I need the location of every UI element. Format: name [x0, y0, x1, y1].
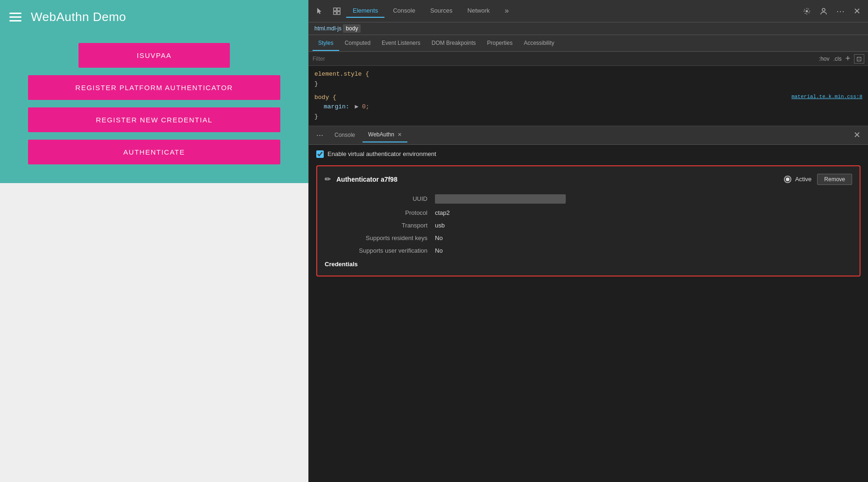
- tab-dom-breakpoints[interactable]: DOM Breakpoints: [426, 36, 482, 51]
- tab-sources[interactable]: Sources: [424, 4, 459, 18]
- tab-computed[interactable]: Computed: [339, 36, 376, 51]
- app-body: [0, 183, 308, 482]
- breadcrumb-body[interactable]: body: [343, 24, 361, 33]
- cursor-icon[interactable]: [313, 4, 327, 19]
- tab-elements[interactable]: Elements: [346, 4, 384, 18]
- body-close: }: [314, 113, 318, 120]
- svg-point-5: [822, 8, 825, 11]
- resident-keys-value: No: [435, 234, 443, 241]
- element-style-selector: element.style {: [314, 71, 369, 78]
- authenticate-button[interactable]: AUTHENTICATE: [28, 140, 280, 164]
- svg-rect-1: [337, 8, 340, 11]
- svg-rect-3: [337, 12, 340, 14]
- protocol-row: Protocol ctap2: [325, 209, 852, 216]
- isuvpaa-button[interactable]: ISUVPAA: [78, 43, 230, 68]
- inspect-icon[interactable]: [329, 4, 344, 19]
- enable-virtual-auth-checkbox[interactable]: [316, 150, 324, 158]
- add-style-button[interactable]: +: [845, 54, 850, 64]
- hamburger-icon[interactable]: [9, 13, 21, 21]
- svg-point-4: [806, 10, 808, 12]
- app-panel: WebAuthn Demo ISUVPAA REGISTER PLATFORM …: [0, 0, 308, 482]
- webauthn-content: Enable virtual authenticator environment…: [309, 145, 868, 482]
- edit-authenticator-icon[interactable]: ✏: [325, 175, 331, 184]
- tab-styles[interactable]: Styles: [313, 36, 339, 51]
- register-platform-button[interactable]: REGISTER PLATFORM AUTHENTICATOR: [28, 75, 280, 100]
- active-radio[interactable]: [784, 176, 791, 183]
- tab-console-bottom[interactable]: Console: [329, 128, 361, 142]
- tab-network[interactable]: Network: [461, 4, 497, 18]
- margin-property: margin:: [324, 103, 349, 110]
- svg-rect-0: [334, 8, 336, 11]
- user-verification-label: Supports user verification: [325, 247, 427, 254]
- transport-label: Transport: [325, 222, 427, 229]
- protocol-value: ctap2: [435, 209, 450, 216]
- more-options-icon[interactable]: ⋯: [833, 4, 848, 19]
- app-header: WebAuthn Demo: [0, 0, 308, 34]
- enable-virtual-auth-row: Enable virtual authenticator environment: [316, 150, 861, 158]
- active-label: Active: [795, 176, 811, 183]
- styles-filter-input[interactable]: [313, 56, 815, 62]
- tab-event-listeners[interactable]: Event Listeners: [376, 36, 426, 51]
- breadcrumb-html[interactable]: html.mdl-js: [314, 25, 342, 32]
- tab-accessibility[interactable]: Accessibility: [518, 36, 560, 51]
- uuid-value: [435, 194, 566, 204]
- webauthn-section: ··· Console WebAuthn ✕ ✕ Enable virtual …: [309, 126, 868, 482]
- enable-virtual-auth-label: Enable virtual authenticator environment: [327, 150, 436, 157]
- close-devtools-button[interactable]: ✕: [850, 4, 864, 18]
- stylesheet-link[interactable]: material.te…k.min.css:8: [791, 93, 862, 101]
- body-selector: body {: [314, 94, 336, 101]
- uuid-label: UUID: [325, 195, 427, 202]
- styles-tabs: Styles Computed Event Listeners DOM Brea…: [309, 35, 868, 52]
- triangle-icon: ▶: [355, 103, 358, 110]
- remove-authenticator-button[interactable]: Remove: [817, 174, 852, 185]
- close-bottom-panel-button[interactable]: ✕: [850, 128, 864, 142]
- svg-rect-2: [334, 12, 336, 14]
- webauthn-tabs-bar: ··· Console WebAuthn ✕ ✕: [309, 126, 868, 145]
- toggle-sidebar-icon[interactable]: ⊡: [854, 54, 864, 64]
- auth-active-section: Active: [784, 176, 811, 183]
- tab-more[interactable]: »: [498, 4, 515, 19]
- resident-keys-row: Supports resident keys No: [325, 234, 852, 241]
- resident-keys-label: Supports resident keys: [325, 234, 427, 241]
- margin-value: 0;: [362, 103, 370, 110]
- styles-filter-bar: :hov .cls + ⊡: [309, 52, 868, 66]
- user-icon[interactable]: [816, 4, 831, 19]
- authenticator-name: Authenticator a7f98: [336, 176, 778, 183]
- bottom-tabs-more[interactable]: ···: [313, 128, 327, 142]
- hov-button[interactable]: :hov: [819, 56, 830, 62]
- settings-icon[interactable]: [799, 4, 814, 19]
- elements-breadcrumb: html.mdl-js body: [309, 22, 868, 35]
- credentials-section: Credentials: [325, 260, 852, 268]
- register-credential-button[interactable]: REGISTER NEW CREDENTIAL: [28, 107, 280, 132]
- user-verification-row: Supports user verification No: [325, 247, 852, 254]
- tab-console[interactable]: Console: [386, 4, 422, 18]
- auth-card-header: ✏ Authenticator a7f98 Active Remove: [325, 174, 852, 185]
- authenticator-card: ✏ Authenticator a7f98 Active Remove UUID: [316, 165, 861, 276]
- uuid-row: UUID: [325, 194, 852, 204]
- element-style-close: }: [314, 80, 318, 87]
- devtools-topbar: Elements Console Sources Network » ⋯ ✕: [309, 0, 868, 22]
- transport-value: usb: [435, 222, 445, 229]
- webauthn-tab-close[interactable]: ✕: [398, 132, 402, 137]
- tab-webauthn-bottom[interactable]: WebAuthn ✕: [363, 128, 407, 142]
- transport-row: Transport usb: [325, 222, 852, 229]
- tab-properties[interactable]: Properties: [481, 36, 518, 51]
- user-verification-value: No: [435, 247, 443, 254]
- app-content: ISUVPAA REGISTER PLATFORM AUTHENTICATOR …: [0, 34, 308, 183]
- app-title: WebAuthn Demo: [31, 10, 126, 24]
- devtools-panel: Elements Console Sources Network » ⋯ ✕: [308, 0, 868, 482]
- credentials-label: Credentials: [325, 261, 358, 268]
- protocol-label: Protocol: [325, 209, 427, 216]
- cls-button[interactable]: .cls: [833, 56, 841, 62]
- styles-content: element.style { } body { material.te…k.m…: [309, 66, 868, 126]
